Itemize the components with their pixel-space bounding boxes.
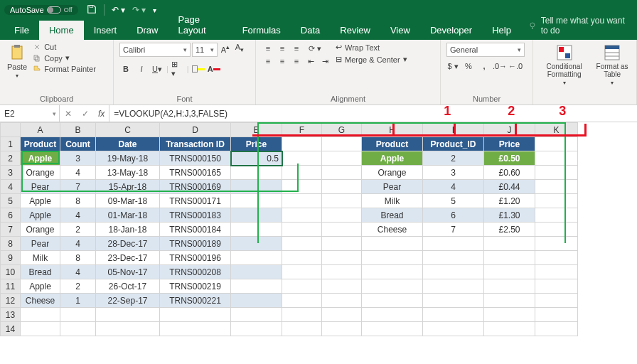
- cell-D10[interactable]: TRNS000208: [160, 265, 231, 279]
- number-format-combo[interactable]: General: [446, 43, 525, 57]
- comma-button[interactable]: ,: [478, 60, 491, 73]
- accounting-button[interactable]: $ ▾: [446, 60, 459, 73]
- autosave-toggle[interactable]: AutoSave Off: [4, 5, 78, 15]
- cell-I13[interactable]: [423, 308, 484, 322]
- row-header-12[interactable]: 12: [1, 294, 21, 308]
- name-box[interactable]: E2: [0, 105, 60, 122]
- cell-K12[interactable]: [535, 294, 578, 308]
- cell-B6[interactable]: 4: [60, 208, 96, 223]
- row-header-11[interactable]: 11: [1, 279, 21, 294]
- cell-A5[interactable]: Apple: [21, 194, 60, 208]
- cell-G14[interactable]: [322, 322, 362, 336]
- shrink-font-icon[interactable]: A▾: [233, 43, 246, 57]
- fill-color-button[interactable]: [192, 63, 205, 75]
- cell-C3[interactable]: 13-May-18: [96, 166, 160, 180]
- cell-D2[interactable]: TRNS000150: [160, 151, 231, 166]
- cell-F7[interactable]: [282, 223, 322, 237]
- cell-C8[interactable]: 28-Dec-17: [96, 237, 160, 251]
- cell-H11[interactable]: [362, 279, 423, 294]
- cell-B10[interactable]: 4: [60, 265, 96, 279]
- cell-E12[interactable]: [231, 294, 282, 308]
- cell-G9[interactable]: [322, 251, 362, 265]
- cell-A1[interactable]: Product: [21, 137, 60, 151]
- select-all-corner[interactable]: [1, 123, 21, 137]
- cell-G4[interactable]: [322, 180, 362, 194]
- cell-B8[interactable]: 4: [60, 237, 96, 251]
- col-header-C[interactable]: C: [96, 123, 160, 137]
- cell-F5[interactable]: [282, 194, 322, 208]
- cell-J5[interactable]: £1.20: [484, 194, 535, 208]
- cell-I11[interactable]: [423, 279, 484, 294]
- increase-decimal-button[interactable]: .0→: [493, 60, 506, 73]
- cell-D3[interactable]: TRNS000165: [160, 166, 231, 180]
- cell-G10[interactable]: [322, 265, 362, 279]
- cell-J6[interactable]: £1.30: [484, 208, 535, 223]
- cell-J4[interactable]: £0.44: [484, 180, 535, 194]
- cell-I9[interactable]: [423, 251, 484, 265]
- cell-J12[interactable]: [484, 294, 535, 308]
- cell-K7[interactable]: [535, 223, 578, 237]
- row-header-2[interactable]: 2: [1, 151, 21, 166]
- cell-B5[interactable]: 8: [60, 194, 96, 208]
- cell-G2[interactable]: [322, 151, 362, 166]
- tab-view[interactable]: View: [380, 21, 420, 40]
- cell-D7[interactable]: TRNS000184: [160, 223, 231, 237]
- cell-G6[interactable]: [322, 208, 362, 223]
- cell-J2[interactable]: £0.50: [484, 151, 535, 166]
- copy-button[interactable]: Copy ▾: [33, 53, 96, 63]
- qat-more-icon[interactable]: ▾: [153, 6, 156, 14]
- cell-D9[interactable]: TRNS000196: [160, 251, 231, 265]
- cell-F12[interactable]: [282, 294, 322, 308]
- cell-D4[interactable]: TRNS000169: [160, 180, 231, 194]
- cell-A13[interactable]: [21, 308, 60, 322]
- cell-D11[interactable]: TRNS000219: [160, 279, 231, 294]
- cell-E10[interactable]: [231, 265, 282, 279]
- tell-me[interactable]: Tell me what you want to do: [521, 11, 637, 40]
- cell-A12[interactable]: Cheese: [21, 294, 60, 308]
- border-button[interactable]: ⊞ ▾: [171, 63, 184, 75]
- col-header-H[interactable]: H: [362, 123, 423, 137]
- row-header-14[interactable]: 14: [1, 322, 21, 336]
- row-header-3[interactable]: 3: [1, 166, 21, 180]
- tab-draw[interactable]: Draw: [127, 21, 168, 40]
- cell-C5[interactable]: 09-Mar-18: [96, 194, 160, 208]
- cell-J14[interactable]: [484, 322, 535, 336]
- font-size-combo[interactable]: 11: [192, 43, 218, 57]
- col-header-B[interactable]: B: [60, 123, 96, 137]
- undo-icon[interactable]: ↶ ▾: [112, 5, 125, 15]
- cell-I2[interactable]: 2: [423, 151, 484, 166]
- cell-A2[interactable]: Apple: [21, 151, 60, 166]
- cell-J1[interactable]: Price: [484, 137, 535, 151]
- formula-bar[interactable]: =VLOOKUP(A2,H:J,3,FALSE) 1 2 3: [109, 105, 637, 122]
- cell-E1[interactable]: Price: [231, 137, 282, 151]
- cell-F13[interactable]: [282, 308, 322, 322]
- col-header-G[interactable]: G: [322, 123, 362, 137]
- cell-K13[interactable]: [535, 308, 578, 322]
- font-name-combo[interactable]: Calibri: [119, 43, 191, 57]
- cell-B7[interactable]: 2: [60, 223, 96, 237]
- tab-home[interactable]: Home: [39, 21, 84, 40]
- cell-H4[interactable]: Pear: [362, 180, 423, 194]
- cell-J13[interactable]: [484, 308, 535, 322]
- cell-K11[interactable]: [535, 279, 578, 294]
- col-header-A[interactable]: A: [21, 123, 60, 137]
- cell-H14[interactable]: [362, 322, 423, 336]
- redo-icon[interactable]: ↷ ▾: [132, 5, 146, 15]
- col-header-D[interactable]: D: [160, 123, 231, 137]
- cell-A14[interactable]: [21, 322, 60, 336]
- cell-A3[interactable]: Orange: [21, 166, 60, 180]
- cell-D13[interactable]: [160, 308, 231, 322]
- cell-K10[interactable]: [535, 265, 578, 279]
- cell-C12[interactable]: 22-Sep-17: [96, 294, 160, 308]
- cell-F10[interactable]: [282, 265, 322, 279]
- cell-H5[interactable]: Milk: [362, 194, 423, 208]
- col-header-J[interactable]: J: [484, 123, 535, 137]
- cell-H9[interactable]: [362, 251, 423, 265]
- cell-B4[interactable]: 7: [60, 180, 96, 194]
- cell-I14[interactable]: [423, 322, 484, 336]
- cell-F6[interactable]: [282, 208, 322, 223]
- cell-H3[interactable]: Orange: [362, 166, 423, 180]
- cell-A6[interactable]: Apple: [21, 208, 60, 223]
- col-header-F[interactable]: F: [282, 123, 322, 137]
- bold-button[interactable]: B: [119, 63, 132, 75]
